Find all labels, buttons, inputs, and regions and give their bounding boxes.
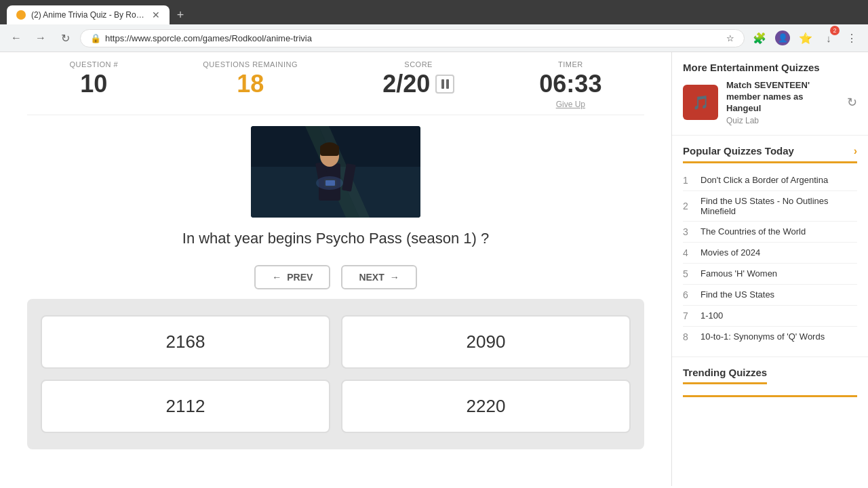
tab-title: (2) Anime Trivia Quiz - By Rodk... xyxy=(31,10,146,20)
answer-button-1[interactable]: 2168 xyxy=(41,315,330,369)
popular-item-6[interactable]: 6 Find the US States xyxy=(683,285,857,306)
popular-item-3[interactable]: 3 The Countries of the World xyxy=(683,222,857,243)
prev-arrow-icon: ← xyxy=(272,272,281,283)
questions-remaining-block: QUESTIONS REMAINING 18 xyxy=(203,60,298,98)
extensions-icon[interactable]: 🧩 xyxy=(750,28,769,47)
popular-item-8[interactable]: 8 10-to-1: Synonyms of 'Q' Words xyxy=(683,327,857,347)
tab-favicon xyxy=(16,10,26,20)
timer-label: TIMER xyxy=(539,60,601,68)
entertainment-section: More Entertainment Quizzes 🎵 Match SEVEN… xyxy=(672,52,868,136)
question-section: In what year begins Psycho Pass (season … xyxy=(27,115,644,256)
remaining-value: 18 xyxy=(203,70,298,98)
popular-title-7: 1-100 xyxy=(701,310,723,321)
profile-icon[interactable]: 👤 xyxy=(773,28,792,47)
prev-button[interactable]: ← PREV xyxy=(254,265,330,289)
answer-button-4[interactable]: 2220 xyxy=(341,380,631,433)
give-up-button[interactable]: Give Up xyxy=(539,100,601,109)
popular-title-5: Famous 'H' Women xyxy=(701,268,777,279)
popular-quizzes-section: Popular Quizzes Today › 1 Don't Click a … xyxy=(672,136,868,357)
timer-block: TIMER 06:33 Give Up xyxy=(539,60,601,109)
question-value: 10 xyxy=(70,70,119,98)
prev-label: PREV xyxy=(287,272,313,283)
question-image-inner xyxy=(251,126,420,218)
popular-num-2: 2 xyxy=(683,201,694,211)
main-layout: QUESTION # 10 QUESTIONS REMAINING 18 SCO… xyxy=(0,52,868,486)
trending-section-title: Trending Quizzes xyxy=(683,367,767,384)
download-icon[interactable]: ↓ 2 xyxy=(819,28,838,47)
next-arrow-icon: → xyxy=(390,272,399,283)
quiz-area: QUESTION # 10 QUESTIONS REMAINING 18 SCO… xyxy=(0,52,671,486)
question-label: QUESTION # xyxy=(70,60,119,68)
popular-num-6: 6 xyxy=(683,289,694,300)
popular-num-1: 1 xyxy=(683,175,694,186)
popular-num-3: 3 xyxy=(683,226,694,237)
popular-chevron-icon[interactable]: › xyxy=(854,145,857,157)
new-tab-button[interactable]: + xyxy=(171,5,190,24)
trending-quizzes-section: Trending Quizzes xyxy=(672,357,868,412)
active-tab[interactable]: (2) Anime Trivia Quiz - By Rodk... ✕ xyxy=(7,5,170,24)
refresh-button[interactable]: ↻ xyxy=(56,28,75,47)
next-label: NEXT xyxy=(359,272,384,283)
popular-num-5: 5 xyxy=(683,268,694,279)
question-text: In what year begins Psycho Pass (season … xyxy=(27,230,644,247)
popular-title-4: Movies of 2024 xyxy=(701,247,760,258)
toolbar-icons: 🧩 👤 ⭐ ↓ 2 ⋮ xyxy=(750,28,861,47)
remaining-label: QUESTIONS REMAINING xyxy=(203,60,298,68)
timer-value: 06:33 xyxy=(539,70,601,98)
star-icon[interactable]: ☆ xyxy=(726,33,734,43)
entertainment-quiz-card[interactable]: 🎵 Match SEVENTEEN' member names as Hange… xyxy=(683,80,857,125)
popular-num-4: 4 xyxy=(683,247,694,258)
svg-point-12 xyxy=(316,176,343,190)
entertainment-thumb: 🎵 xyxy=(683,85,718,120)
answer-button-2[interactable]: 2090 xyxy=(341,315,631,369)
score-value: 2/20 xyxy=(382,70,430,98)
bookmark-icon[interactable]: ⭐ xyxy=(796,28,815,47)
refresh-sidebar-icon[interactable]: ↻ xyxy=(847,95,857,110)
stats-bar: QUESTION # 10 QUESTIONS REMAINING 18 SCO… xyxy=(27,52,644,115)
popular-num-7: 7 xyxy=(683,310,694,321)
back-button[interactable]: ← xyxy=(7,28,26,47)
next-button[interactable]: NEXT → xyxy=(341,265,416,289)
popular-num-8: 8 xyxy=(683,331,694,342)
address-bar[interactable]: 🔒 https://www.sporcle.com/games/Rodkool/… xyxy=(80,29,745,47)
score-container: 2/20 xyxy=(382,70,454,98)
answer-grid: 2168 2090 2112 2220 xyxy=(41,315,631,433)
popular-title-2: Find the US States - No Outlines Minefie… xyxy=(701,196,857,216)
url-text: https://www.sporcle.com/games/Rodkool/an… xyxy=(105,33,722,43)
tab-close-button[interactable]: ✕ xyxy=(152,9,160,20)
answer-grid-container: 2168 2090 2112 2220 xyxy=(27,299,644,449)
popular-item-2[interactable]: 2 Find the US States - No Outlines Minef… xyxy=(683,191,857,222)
popular-item-7[interactable]: 7 1-100 xyxy=(683,306,857,327)
score-block: SCORE 2/20 xyxy=(382,60,454,98)
entertainment-section-title: More Entertainment Quizzes xyxy=(683,62,857,73)
popular-title-1: Don't Click a Border of Argentina xyxy=(701,175,828,185)
pause-icon xyxy=(441,79,449,89)
question-image xyxy=(251,126,420,218)
sidebar: More Entertainment Quizzes 🎵 Match SEVEN… xyxy=(671,52,868,486)
shield-icon: 🔒 xyxy=(90,33,101,43)
popular-section-title: Popular Quizzes Today xyxy=(683,145,794,157)
popular-item-5[interactable]: 5 Famous 'H' Women xyxy=(683,264,857,285)
popular-item-4[interactable]: 4 Movies of 2024 xyxy=(683,243,857,264)
forward-button[interactable]: → xyxy=(31,28,50,47)
nav-buttons: ← PREV NEXT → xyxy=(27,265,644,289)
svg-rect-9 xyxy=(320,145,339,156)
popular-title-8: 10-to-1: Synonyms of 'Q' Words xyxy=(701,331,825,342)
popular-list: 1 Don't Click a Border of Argentina 2 Fi… xyxy=(683,170,857,347)
question-number-block: QUESTION # 10 xyxy=(70,60,119,98)
entertainment-quiz-sub: Quiz Lab xyxy=(726,116,839,125)
entertainment-quiz-title: Match SEVENTEEN' member names as Hangeul xyxy=(726,80,839,115)
popular-item-1[interactable]: 1 Don't Click a Border of Argentina xyxy=(683,170,857,191)
menu-icon[interactable]: ⋮ xyxy=(842,28,861,47)
popular-title-6: Find the US States xyxy=(701,289,774,300)
pause-button[interactable] xyxy=(435,75,454,94)
address-bar-row: ← → ↻ 🔒 https://www.sporcle.com/games/Ro… xyxy=(0,24,868,52)
anime-character-svg xyxy=(251,126,420,218)
answer-button-3[interactable]: 2112 xyxy=(41,380,330,433)
browser-chrome: (2) Anime Trivia Quiz - By Rodk... ✕ + ←… xyxy=(0,0,868,52)
entertainment-info: Match SEVENTEEN' member names as Hangeul… xyxy=(726,80,839,125)
popular-title-3: The Countries of the World xyxy=(701,226,806,237)
score-label: SCORE xyxy=(382,60,454,68)
